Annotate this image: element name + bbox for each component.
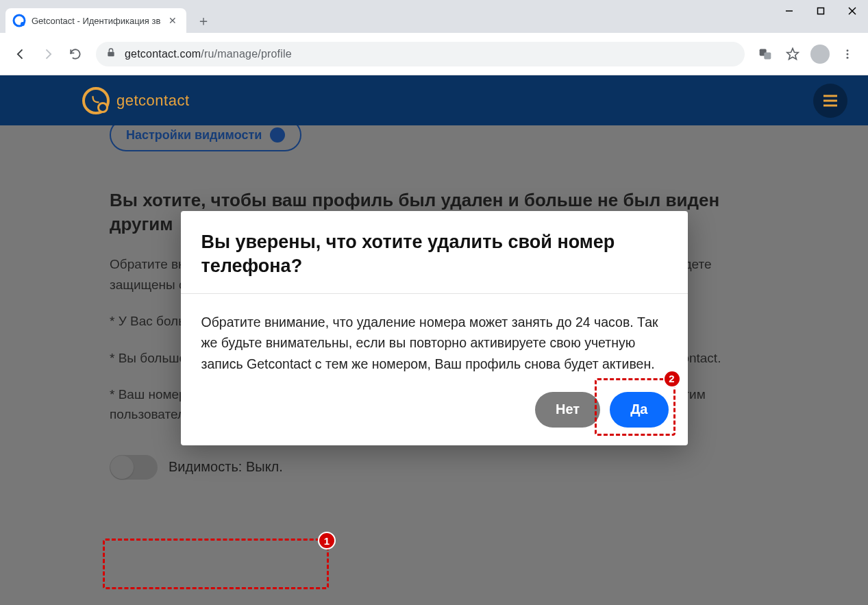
window-close-icon[interactable] [836, 0, 868, 22]
svg-rect-3 [818, 8, 824, 14]
svg-point-1 [21, 22, 25, 26]
translate-icon[interactable] [753, 42, 778, 66]
page-viewport: getcontact Настройки видимости Вы хотите… [0, 75, 868, 605]
menu-button[interactable] [813, 84, 847, 118]
browser-toolbar: getcontact.com/ru/manage/profile [0, 33, 868, 75]
modal-body: Обратите внимание, что удаление номера м… [181, 294, 688, 381]
window-controls [773, 0, 868, 27]
lock-icon [106, 47, 116, 61]
annotation-badge-1: 1 [318, 532, 336, 550]
modal-actions: Нет Да [181, 381, 688, 445]
reload-button[interactable] [63, 42, 88, 66]
back-button[interactable] [8, 42, 33, 66]
annotation-badge-2: 2 [663, 370, 681, 388]
browser-tab-strip: Getcontact - Идентификация зв ✕ ＋ [0, 0, 868, 33]
forward-button[interactable] [36, 42, 60, 66]
profile-avatar-icon[interactable] [810, 45, 830, 64]
logo-icon [82, 87, 110, 114]
address-bar[interactable]: getcontact.com/ru/manage/profile [96, 42, 745, 66]
svg-marker-9 [787, 48, 799, 59]
site-header: getcontact [0, 75, 868, 125]
svg-rect-8 [764, 52, 771, 59]
brand-text: getcontact [116, 92, 190, 110]
favicon-getcontact-icon [12, 14, 26, 27]
browser-tab[interactable]: Getcontact - Идентификация зв ✕ [5, 8, 186, 33]
modal-header: Вы уверены, что хотите удалить свой номе… [181, 211, 688, 294]
svg-point-10 [847, 49, 849, 51]
kebab-menu-icon[interactable] [835, 42, 860, 66]
window-maximize-icon[interactable] [805, 0, 836, 22]
modal-title: Вы уверены, что хотите удалить свой номе… [201, 230, 667, 278]
modal-yes-button[interactable]: Да [610, 392, 668, 428]
modal-overlay: Вы уверены, что хотите удалить свой номе… [0, 75, 868, 605]
window-minimize-icon[interactable] [773, 0, 805, 22]
modal-no-button[interactable]: Нет [535, 392, 600, 428]
bookmark-star-icon[interactable] [780, 42, 805, 66]
confirm-modal: Вы уверены, что хотите удалить свой номе… [181, 211, 688, 445]
svg-rect-6 [108, 51, 114, 56]
brand-logo[interactable]: getcontact [82, 87, 190, 114]
new-tab-button[interactable]: ＋ [193, 10, 214, 31]
svg-point-11 [847, 53, 849, 55]
tab-close-icon[interactable]: ✕ [166, 14, 179, 27]
svg-point-12 [847, 56, 849, 58]
url-text: getcontact.com/ru/manage/profile [125, 48, 735, 60]
tab-title: Getcontact - Идентификация зв [32, 16, 160, 26]
